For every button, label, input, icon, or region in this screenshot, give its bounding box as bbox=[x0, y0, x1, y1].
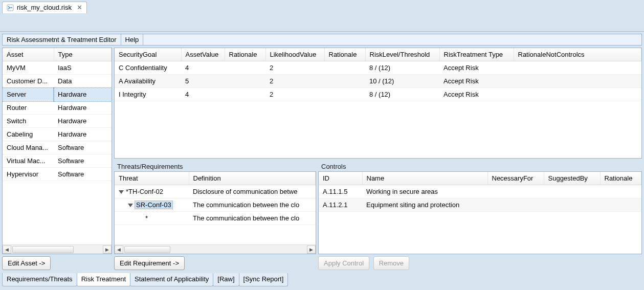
file-tab-label: risk_my_cloud.risk bbox=[17, 4, 72, 11]
controls-table[interactable]: ID Name NecessaryFor SuggestedBy Rationa… bbox=[319, 172, 641, 212]
threats-col-threat[interactable]: Threat bbox=[115, 172, 189, 185]
goal-col-likelihood[interactable]: LikelihoodValue bbox=[265, 48, 324, 61]
goal-col-securitygoal[interactable]: SecurityGoal bbox=[115, 48, 181, 61]
assets-horizontal-scrollbar[interactable]: ◀ ▶ bbox=[3, 244, 112, 254]
edit-asset-button[interactable]: Edit Asset -> bbox=[2, 256, 51, 270]
tab-statement-of-applicability[interactable]: Statement of Applicability bbox=[130, 273, 213, 286]
controls-col-suggested[interactable]: SuggestedBy bbox=[544, 172, 600, 185]
controls-col-name[interactable]: Name bbox=[362, 172, 487, 185]
file-icon bbox=[7, 4, 14, 11]
table-row[interactable]: SR-Conf-03 The communication between the… bbox=[115, 198, 316, 211]
table-row[interactable]: SwitchHardware bbox=[3, 115, 112, 128]
goal-col-rationalenot[interactable]: RationaleNotControlcs bbox=[514, 48, 641, 61]
table-row[interactable]: *TH-Conf-02 Disclosure of communication … bbox=[115, 185, 316, 198]
menubar: Risk Assessmetnt & Treatment Editor Help bbox=[2, 34, 642, 46]
caret-down-icon[interactable] bbox=[119, 190, 124, 194]
table-row[interactable]: CabelingHardware bbox=[3, 128, 112, 141]
assets-col-asset[interactable]: Asset bbox=[3, 48, 54, 61]
controls-col-id[interactable]: ID bbox=[319, 172, 362, 185]
table-row[interactable]: Cloud Mana...Software bbox=[3, 141, 112, 154]
remove-control-button[interactable]: Remove bbox=[373, 256, 409, 270]
caret-down-icon[interactable] bbox=[128, 204, 133, 207]
table-row[interactable]: ServerHardware bbox=[3, 88, 112, 101]
scroll-right-icon[interactable]: ▶ bbox=[307, 246, 316, 254]
threats-horizontal-scrollbar[interactable]: ◀ ▶ bbox=[115, 244, 316, 254]
menu-risk-editor[interactable]: Risk Assessmetnt & Treatment Editor bbox=[3, 34, 121, 45]
goal-col-risklevel[interactable]: RiskLevel/Threshold bbox=[365, 48, 439, 61]
table-row[interactable]: A.11.1.5Working in secure areas bbox=[319, 185, 641, 198]
controls-col-necessary[interactable]: NecessaryFor bbox=[487, 172, 544, 185]
file-tab[interactable]: risk_my_cloud.risk ✕ bbox=[2, 2, 87, 13]
table-row[interactable]: MyVMIaaS bbox=[3, 61, 112, 75]
tab-raw[interactable]: [Raw] bbox=[213, 273, 239, 286]
assets-table[interactable]: Asset Type MyVMIaaS Customer D...Data Se… bbox=[3, 48, 112, 181]
edit-requirement-button[interactable]: Edit Requirement -> bbox=[114, 256, 185, 270]
tab-requirements-threats[interactable]: Requirements/Threats bbox=[2, 273, 77, 286]
scroll-left-icon[interactable]: ◀ bbox=[3, 246, 11, 254]
tab-sync-report[interactable]: [Sync Report] bbox=[239, 273, 288, 286]
table-row[interactable]: HypervisorSoftware bbox=[3, 168, 112, 181]
threats-table[interactable]: Threat Definition *TH-Conf-02 Disclosure… bbox=[115, 172, 316, 225]
scroll-left-icon[interactable]: ◀ bbox=[115, 246, 123, 254]
goal-col-rationale2[interactable]: Rationale bbox=[324, 48, 365, 61]
editor-tab-strip: risk_my_cloud.risk ✕ bbox=[0, 0, 644, 13]
goal-col-assetvalue[interactable]: AssetValue bbox=[181, 48, 225, 61]
threats-col-definition[interactable]: Definition bbox=[189, 172, 316, 185]
apply-control-button[interactable]: Apply Control bbox=[318, 256, 369, 270]
table-row[interactable]: RouterHardware bbox=[3, 101, 112, 115]
close-icon[interactable]: ✕ bbox=[75, 4, 82, 11]
goal-col-rationale1[interactable]: Rationale bbox=[225, 48, 265, 61]
security-goals-table[interactable]: SecurityGoal AssetValue Rationale Likeli… bbox=[115, 48, 641, 101]
table-row[interactable]: Customer D...Data bbox=[3, 75, 112, 88]
controls-col-rationale[interactable]: Rationale bbox=[600, 172, 641, 185]
blank-toolbar bbox=[0, 13, 644, 32]
table-row[interactable]: C Confidentiality428 / (12)Accept Risk bbox=[115, 61, 641, 75]
table-row[interactable]: A.11.2.1Equipment siting and protection bbox=[319, 198, 641, 211]
scroll-right-icon[interactable]: ▶ bbox=[103, 246, 112, 254]
table-row[interactable]: I Integrity428 / (12)Accept Risk bbox=[115, 88, 641, 101]
table-row[interactable]: * The communication between the clo bbox=[115, 211, 316, 225]
bottom-tab-strip: Requirements/Threats Risk Treatment Stat… bbox=[0, 273, 644, 286]
goal-col-treatment[interactable]: RiskTreatment Type bbox=[439, 48, 514, 61]
threats-panel: Threat Definition *TH-Conf-02 Disclosure… bbox=[114, 171, 316, 255]
tab-risk-treatment[interactable]: Risk Treatment bbox=[77, 273, 130, 286]
threats-title: Threats/Requirements bbox=[114, 161, 316, 171]
table-row[interactable]: A Availability5210 / (12)Accept Risk bbox=[115, 75, 641, 88]
controls-panel: ID Name NecessaryFor SuggestedBy Rationa… bbox=[318, 171, 642, 255]
table-row[interactable]: Virtual Mac...Software bbox=[3, 154, 112, 168]
assets-table-panel: Asset Type MyVMIaaS Customer D...Data Se… bbox=[2, 48, 112, 254]
menu-help[interactable]: Help bbox=[121, 34, 144, 45]
security-goals-panel: SecurityGoal AssetValue Rationale Likeli… bbox=[114, 48, 642, 159]
controls-title: Controls bbox=[318, 161, 642, 171]
assets-col-type[interactable]: Type bbox=[54, 48, 112, 61]
